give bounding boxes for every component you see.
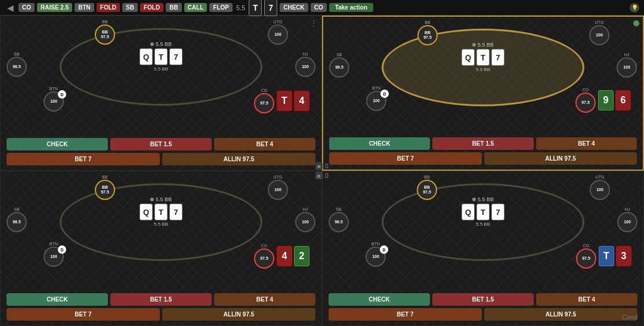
avatar-hj-q1: 100: [295, 57, 315, 77]
toolbar-fold-btn[interactable]: FOLD: [97, 3, 120, 12]
toolbar-call-btn[interactable]: CALL: [184, 3, 208, 12]
comm-card-q3-3: 7: [169, 204, 182, 220]
bet7-btn-q3[interactable]: BET 7: [7, 308, 160, 321]
check-btn-q4[interactable]: CHECK: [329, 293, 430, 306]
check-btn-q2[interactable]: CHECK: [329, 137, 430, 150]
check-btn-q1[interactable]: CHECK: [7, 138, 108, 150]
toolbar-flop-btn[interactable]: FLOP: [209, 3, 233, 12]
player-sb-q2: SB 98.5: [329, 53, 349, 78]
active-indicator-q2: [633, 20, 639, 26]
center-controls: ▣ 0 ▣ 0: [315, 162, 329, 179]
player-utg-q4: UTG 100: [590, 175, 610, 200]
pot-info-q1: 5.5 BB: [150, 41, 172, 47]
community-cards-q2: Q T 7: [462, 49, 504, 66]
allin-btn-q2[interactable]: ALLIN 97.5: [484, 152, 637, 165]
hero-cards-q4: T 3: [599, 246, 631, 266]
q3-inner: 5.5 BB Q T 7 5.5 BB BB BB97.5: [1, 171, 321, 325]
player-sb-q1: SB 98.5: [7, 52, 27, 77]
player-co-q2: CO 97.5 9 6: [575, 88, 631, 113]
check-btn-q3[interactable]: CHECK: [7, 293, 108, 306]
dealer-btn-q2: D: [380, 90, 389, 98]
bet4-btn-q3[interactable]: BET 4: [214, 293, 315, 306]
dealer-btn-q4: D: [380, 245, 388, 254]
player-hj-q2: HJ 100: [617, 53, 637, 78]
back-arrow[interactable]: ◀: [5, 3, 16, 13]
bet7-btn-q2[interactable]: BET 7: [329, 152, 482, 165]
toolbar-co-btn[interactable]: CO: [18, 3, 35, 12]
bet4-btn-q1[interactable]: BET 4: [214, 138, 315, 150]
quadrant-3: 5.5 BB Q T 7 5.5 BB BB BB97.5: [0, 171, 322, 326]
toolbar-bb-btn[interactable]: BB: [166, 3, 181, 12]
bulb-icon[interactable]: 💡: [630, 3, 639, 13]
stack-label-q1: 5.5 BB: [154, 66, 168, 72]
bet15-btn-q4[interactable]: BET 1.5: [432, 293, 534, 306]
comm-card-q2-3: 7: [491, 49, 504, 66]
stack-label-q2: 5.5 BB: [476, 67, 490, 72]
player-hj-q4: HJ 100: [617, 207, 637, 232]
toolbar-fold2-btn[interactable]: FOLD: [140, 3, 163, 12]
action-buttons-q4: CHECK BET 1.5 BET 4 BET 7 ALLIN 97.5: [329, 293, 637, 321]
btn-row1-q4: CHECK BET 1.5 BET 4: [329, 293, 637, 306]
player-utg-q2: UTG 100: [589, 20, 609, 45]
player-btn-q4: BTN 100 D: [366, 242, 386, 267]
community-cards-q3: Q T 7: [140, 204, 182, 220]
toolbar-check-btn[interactable]: CHECK: [280, 3, 308, 12]
allin-btn-q3[interactable]: ALLIN 97.5: [162, 308, 315, 321]
comm-card-q1-1: Q: [140, 48, 153, 65]
toolbar-raise-btn[interactable]: RAISE 2.5: [37, 3, 72, 12]
player-btn-q1: BTN 100 D: [44, 87, 64, 112]
counter-value-1: 0: [325, 163, 329, 170]
toolbar: ◀ CO RAISE 2.5 BTN FOLD SB FOLD BB CALL …: [0, 0, 644, 16]
hero-cards-q1: T 4: [277, 91, 309, 111]
bet4-btn-q2[interactable]: BET 4: [536, 137, 637, 150]
avatar-hj-q4: 100: [617, 212, 637, 232]
allin-btn-q1[interactable]: ALLIN 97.5: [162, 153, 315, 165]
allin-btn-q4[interactable]: ALLIN 97.5: [484, 308, 637, 321]
hero-card-q1-1: T: [277, 91, 292, 111]
community-cards-q4: Q T 7: [462, 204, 504, 220]
comm-card-q3-2: T: [154, 204, 168, 220]
avatar-utg-q3: 100: [268, 180, 288, 200]
toolbar-take-action-btn[interactable]: Take action: [329, 3, 373, 12]
player-sb-q3: SB 98.5: [7, 207, 27, 232]
avatar-bb-q4: BB97.5: [417, 180, 437, 200]
stack-label-q3: 5.5 BB: [154, 222, 168, 227]
hero-card-q2-2: 6: [615, 90, 631, 110]
hero-card-q3-2: 2: [294, 246, 309, 266]
btn-row2-q3: BET 7 ALLIN 97.5: [7, 308, 315, 321]
avatar-sb-q1: 98.5: [7, 57, 27, 77]
player-co-q3: CO 97.5 4 2: [254, 244, 309, 269]
comm-card-q1-2: T: [154, 48, 168, 65]
pot-info-q2: 5.5 BB: [472, 42, 494, 48]
avatar-utg-q4: 100: [590, 180, 610, 200]
bet4-btn-q4[interactable]: BET 4: [536, 293, 637, 306]
bet7-btn-q1[interactable]: BET 7: [7, 153, 160, 165]
player-co-q1: CO 97.5 T 4: [254, 88, 309, 113]
toolbar-sb-btn[interactable]: SB: [122, 3, 138, 12]
community-area-q3: 5.5 BB Q T 7 5.5 BB: [140, 196, 182, 227]
q2-inner: 5.5 BB Q T 7 5.5 BB BB BB97.5: [323, 17, 643, 170]
hero-cards-q3: 4 2: [277, 246, 309, 266]
hero-card-q4-1: T: [599, 246, 614, 266]
q1-inner: ⋮ 5.5 BB Q T 7 5.5 BB BB: [1, 16, 321, 170]
toolbar-card-t: T: [249, 0, 262, 16]
hero-card-q1-2: 4: [294, 91, 309, 111]
player-sb-q4: SB 98.5: [329, 207, 349, 232]
hero-card-q3-1: 4: [277, 246, 292, 266]
counter-icon-1: ▣: [315, 162, 323, 170]
avatar-hj-q3: 100: [295, 212, 315, 232]
bet7-btn-q4[interactable]: BET 7: [329, 308, 482, 321]
bet15-btn-q2[interactable]: BET 1.5: [432, 137, 533, 150]
toolbar-btn-btn[interactable]: BTN: [75, 3, 94, 12]
community-area-q2: 5.5 BB Q T 7 5.5 BB: [462, 42, 504, 72]
bet15-btn-q1[interactable]: BET 1.5: [110, 138, 212, 150]
three-dots-q1[interactable]: ⋮: [309, 19, 318, 28]
bet15-btn-q3[interactable]: BET 1.5: [110, 293, 212, 306]
cond-label: Cond: [622, 313, 637, 321]
toolbar-co2-btn[interactable]: CO: [311, 3, 327, 12]
btn-row1-q3: CHECK BET 1.5 BET 4: [7, 293, 315, 306]
comm-card-q3-1: Q: [140, 204, 153, 220]
player-btn-q3: BTN 100 D: [44, 242, 64, 267]
avatar-utg-q2: 100: [589, 25, 609, 45]
q4-inner: 5.5 BB Q T 7 5.5 BB BB BB97.5: [323, 171, 643, 325]
